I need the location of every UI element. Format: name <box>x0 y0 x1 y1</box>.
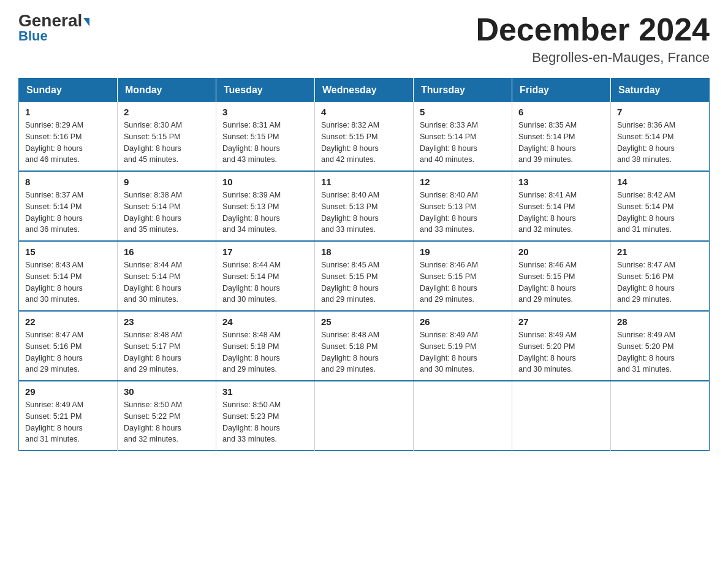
day-info: Sunrise: 8:33 AM Sunset: 5:14 PM Dayligh… <box>420 120 506 166</box>
day-number: 17 <box>222 247 308 257</box>
day-info: Sunrise: 8:50 AM Sunset: 5:22 PM Dayligh… <box>124 399 210 445</box>
day-info: Sunrise: 8:37 AM Sunset: 5:14 PM Dayligh… <box>25 190 111 236</box>
column-header-thursday: Thursday <box>414 79 512 102</box>
column-header-tuesday: Tuesday <box>216 79 315 102</box>
day-info: Sunrise: 8:48 AM Sunset: 5:17 PM Dayligh… <box>124 329 210 375</box>
day-info: Sunrise: 8:50 AM Sunset: 5:23 PM Dayligh… <box>222 399 308 445</box>
day-info: Sunrise: 8:49 AM Sunset: 5:20 PM Dayligh… <box>617 329 703 375</box>
day-number: 13 <box>518 177 604 187</box>
day-info: Sunrise: 8:47 AM Sunset: 5:16 PM Dayligh… <box>617 259 703 305</box>
calendar-cell: 21 Sunrise: 8:47 AM Sunset: 5:16 PM Dayl… <box>611 241 710 311</box>
calendar-cell: 25 Sunrise: 8:48 AM Sunset: 5:18 PM Dayl… <box>315 311 414 381</box>
logo-general-text: General <box>18 12 89 29</box>
logo: General Blue <box>18 12 89 44</box>
calendar-week-row: 22 Sunrise: 8:47 AM Sunset: 5:16 PM Dayl… <box>19 311 710 381</box>
day-number: 6 <box>518 107 604 117</box>
calendar-cell: 12 Sunrise: 8:40 AM Sunset: 5:13 PM Dayl… <box>414 171 512 241</box>
calendar-cell: 11 Sunrise: 8:40 AM Sunset: 5:13 PM Dayl… <box>315 171 414 241</box>
calendar-cell: 31 Sunrise: 8:50 AM Sunset: 5:23 PM Dayl… <box>216 381 315 451</box>
day-number: 25 <box>321 316 407 327</box>
day-number: 15 <box>25 247 111 257</box>
calendar-week-row: 8 Sunrise: 8:37 AM Sunset: 5:14 PM Dayli… <box>19 171 710 241</box>
calendar-cell: 8 Sunrise: 8:37 AM Sunset: 5:14 PM Dayli… <box>19 171 118 241</box>
calendar-table: SundayMondayTuesdayWednesdayThursdayFrid… <box>18 78 710 451</box>
calendar-cell: 16 Sunrise: 8:44 AM Sunset: 5:14 PM Dayl… <box>118 241 216 311</box>
day-number: 24 <box>222 316 308 327</box>
calendar-cell <box>414 381 512 451</box>
calendar-cell: 19 Sunrise: 8:46 AM Sunset: 5:15 PM Dayl… <box>414 241 512 311</box>
title-section: December 2024 Begrolles-en-Mauges, Franc… <box>476 12 710 66</box>
day-info: Sunrise: 8:39 AM Sunset: 5:13 PM Dayligh… <box>222 190 308 236</box>
day-info: Sunrise: 8:48 AM Sunset: 5:18 PM Dayligh… <box>321 329 407 375</box>
day-number: 19 <box>420 247 506 257</box>
day-number: 20 <box>518 247 604 257</box>
calendar-cell: 1 Sunrise: 8:29 AM Sunset: 5:16 PM Dayli… <box>19 102 118 171</box>
calendar-cell <box>315 381 414 451</box>
day-info: Sunrise: 8:46 AM Sunset: 5:15 PM Dayligh… <box>518 259 604 305</box>
day-number: 16 <box>124 247 210 257</box>
calendar-cell: 9 Sunrise: 8:38 AM Sunset: 5:14 PM Dayli… <box>118 171 216 241</box>
day-number: 2 <box>124 107 210 117</box>
calendar-cell: 30 Sunrise: 8:50 AM Sunset: 5:22 PM Dayl… <box>118 381 216 451</box>
day-number: 11 <box>321 177 407 187</box>
day-number: 1 <box>25 107 111 117</box>
day-info: Sunrise: 8:44 AM Sunset: 5:14 PM Dayligh… <box>124 259 210 305</box>
day-number: 7 <box>617 107 703 117</box>
day-info: Sunrise: 8:31 AM Sunset: 5:15 PM Dayligh… <box>222 120 308 166</box>
calendar-cell: 22 Sunrise: 8:47 AM Sunset: 5:16 PM Dayl… <box>19 311 118 381</box>
day-info: Sunrise: 8:48 AM Sunset: 5:18 PM Dayligh… <box>222 329 308 375</box>
day-number: 4 <box>321 107 407 117</box>
day-number: 29 <box>25 386 111 397</box>
calendar-cell: 27 Sunrise: 8:49 AM Sunset: 5:20 PM Dayl… <box>512 311 611 381</box>
logo-blue-text: Blue <box>18 28 48 44</box>
day-number: 10 <box>222 177 308 187</box>
day-number: 5 <box>420 107 506 117</box>
day-info: Sunrise: 8:35 AM Sunset: 5:14 PM Dayligh… <box>518 120 604 166</box>
column-header-saturday: Saturday <box>611 79 710 102</box>
day-info: Sunrise: 8:44 AM Sunset: 5:14 PM Dayligh… <box>222 259 308 305</box>
calendar-cell: 18 Sunrise: 8:45 AM Sunset: 5:15 PM Dayl… <box>315 241 414 311</box>
calendar-cell: 13 Sunrise: 8:41 AM Sunset: 5:14 PM Dayl… <box>512 171 611 241</box>
calendar-week-row: 15 Sunrise: 8:43 AM Sunset: 5:14 PM Dayl… <box>19 241 710 311</box>
calendar-cell: 26 Sunrise: 8:49 AM Sunset: 5:19 PM Dayl… <box>414 311 512 381</box>
day-number: 18 <box>321 247 407 257</box>
day-info: Sunrise: 8:47 AM Sunset: 5:16 PM Dayligh… <box>25 329 111 375</box>
calendar-cell: 6 Sunrise: 8:35 AM Sunset: 5:14 PM Dayli… <box>512 102 611 171</box>
day-number: 3 <box>222 107 308 117</box>
day-number: 12 <box>420 177 506 187</box>
day-info: Sunrise: 8:40 AM Sunset: 5:13 PM Dayligh… <box>420 190 506 236</box>
day-info: Sunrise: 8:30 AM Sunset: 5:15 PM Dayligh… <box>124 120 210 166</box>
calendar-cell: 5 Sunrise: 8:33 AM Sunset: 5:14 PM Dayli… <box>414 102 512 171</box>
calendar-cell: 10 Sunrise: 8:39 AM Sunset: 5:13 PM Dayl… <box>216 171 315 241</box>
day-number: 14 <box>617 177 703 187</box>
calendar-cell: 14 Sunrise: 8:42 AM Sunset: 5:14 PM Dayl… <box>611 171 710 241</box>
calendar-header-row: SundayMondayTuesdayWednesdayThursdayFrid… <box>19 79 710 102</box>
day-number: 27 <box>518 316 604 327</box>
day-info: Sunrise: 8:36 AM Sunset: 5:14 PM Dayligh… <box>617 120 703 166</box>
day-number: 8 <box>25 177 111 187</box>
day-info: Sunrise: 8:45 AM Sunset: 5:15 PM Dayligh… <box>321 259 407 305</box>
day-info: Sunrise: 8:49 AM Sunset: 5:21 PM Dayligh… <box>25 399 111 445</box>
day-number: 26 <box>420 316 506 327</box>
day-info: Sunrise: 8:49 AM Sunset: 5:19 PM Dayligh… <box>420 329 506 375</box>
day-info: Sunrise: 8:29 AM Sunset: 5:16 PM Dayligh… <box>25 120 111 166</box>
column-header-friday: Friday <box>512 79 611 102</box>
calendar-cell: 7 Sunrise: 8:36 AM Sunset: 5:14 PM Dayli… <box>611 102 710 171</box>
calendar-cell <box>512 381 611 451</box>
day-info: Sunrise: 8:46 AM Sunset: 5:15 PM Dayligh… <box>420 259 506 305</box>
calendar-cell: 23 Sunrise: 8:48 AM Sunset: 5:17 PM Dayl… <box>118 311 216 381</box>
page-header: General Blue December 2024 Begrolles-en-… <box>18 12 710 66</box>
calendar-week-row: 29 Sunrise: 8:49 AM Sunset: 5:21 PM Dayl… <box>19 381 710 451</box>
day-number: 31 <box>222 386 308 397</box>
calendar-cell: 2 Sunrise: 8:30 AM Sunset: 5:15 PM Dayli… <box>118 102 216 171</box>
calendar-cell: 29 Sunrise: 8:49 AM Sunset: 5:21 PM Dayl… <box>19 381 118 451</box>
day-number: 30 <box>124 386 210 397</box>
day-info: Sunrise: 8:42 AM Sunset: 5:14 PM Dayligh… <box>617 190 703 236</box>
column-header-wednesday: Wednesday <box>315 79 414 102</box>
day-number: 9 <box>124 177 210 187</box>
location-subtitle: Begrolles-en-Mauges, France <box>476 50 710 66</box>
calendar-cell: 20 Sunrise: 8:46 AM Sunset: 5:15 PM Dayl… <box>512 241 611 311</box>
day-info: Sunrise: 8:32 AM Sunset: 5:15 PM Dayligh… <box>321 120 407 166</box>
calendar-cell: 3 Sunrise: 8:31 AM Sunset: 5:15 PM Dayli… <box>216 102 315 171</box>
calendar-cell: 15 Sunrise: 8:43 AM Sunset: 5:14 PM Dayl… <box>19 241 118 311</box>
